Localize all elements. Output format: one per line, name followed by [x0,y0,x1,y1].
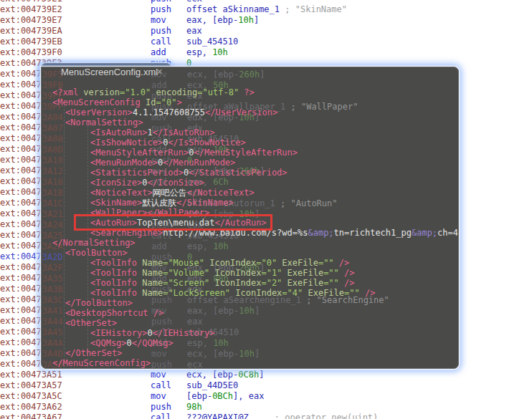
asm-address: ext:004739E7 [0,15,62,26]
asm-address: ext:00473A44 [41,317,63,327]
asm-operands: [ebp-0BCh], eax [186,391,264,402]
xml-line: <ToolInfo Name="Screen" IconIndex="2" Ex… [90,278,355,288]
asm-operands: eax [186,26,202,37]
asm-operands: esp, 10h [186,47,228,58]
xml-line: <SkinName>默认皮肤</SkinName> [90,198,234,208]
asm-address: ext:00473A5C [0,391,62,402]
asm-mnemonic: push [151,26,171,37]
xml-line: <StatisticsPeriod>0</StatisticsPeriod> [90,168,288,178]
asm-operands: 98h [186,402,202,413]
asm-address: ext:00473A21 [41,209,63,220]
asm-address: ext:004739F0 [0,47,62,58]
highlight-box [74,214,272,231]
asm-address: ext:00473A1C [41,198,63,209]
asm-address: ext:004739EB [0,37,62,47]
asm-address: ext:004739F5 [41,69,63,80]
xml-line: <IEHistory>0</IEHistory> [90,328,214,338]
xml-line: </NormalSetting> [52,238,136,248]
asm-address: ext:00473A07 [41,123,63,134]
xml-line: </ToolButton> [65,298,133,308]
xml-line: <MenuRunMode>0</MenuRunMode> [90,158,235,168]
xml-line: <ToolButton> [65,248,128,258]
asm-address: ext:00473A57 [0,380,62,391]
asm-address: ext:00473A4A [41,338,63,349]
asm-address: ext:00473A18 [41,177,63,188]
xml-line: <OtherSet> [65,318,117,328]
asm-address: ext:00473A62 [0,402,62,413]
close-icon[interactable]: ✕ [156,67,163,77]
asm-operands: ??2@YAPAXI@Z ; operator new(uint) [186,413,378,419]
asm-line[interactable]: ext:00473A67call??2@YAPAXI@Z ; operator … [0,413,532,419]
asm-operands: eax, [ebp-10h] [186,15,259,26]
asm-address: ext:00473A24 [41,220,63,231]
asm-address: ext:00473A04 [41,112,63,123]
xml-line: <ToolInfo Name="Mouse" IconIndex="0" Exe… [90,258,349,268]
xml-line: <QQMsg>0</QQMsg> [90,338,174,348]
asm-address: ext:00473A3C [41,295,63,306]
file-tab-title: MenuScreenConfig.xml [61,67,158,77]
asm-address: ext:00473A51 [0,370,62,380]
asm-operands: sub_44D5E0 [186,380,238,391]
asm-mnemonic: call [151,380,171,391]
asm-address: ext:00473A12 [41,166,63,177]
asm-address: ext:00473A0D [41,145,63,155]
xml-line: <ToolInfo Name="LockScreen" IconIndex="4… [90,288,375,298]
asm-address: ext:00473A3B [41,284,63,295]
asm-operands: offset aSkinname_1 ; "SkinName" [186,4,347,15]
asm-address: ext:00473A41 [41,306,63,317]
asm-mnemonic: mov [151,370,166,380]
asm-address: ext:00473A2F [41,263,63,274]
asm-mnemonic: push [151,317,172,327]
xml-line: <UserVersion>4.1.1547608755</UserVersion… [65,107,277,117]
xml-line: <DesktopShortcut /> [65,308,163,318]
asm-line[interactable]: ext:004739E7moveax, [ebp-10h] [0,15,532,26]
asm-address: ext:004739EA [0,26,62,37]
asm-operands: ecx, [ebp-10h] [187,349,260,360]
xml-line: <NormalSetting> [65,117,143,127]
asm-address: ext:00473A10 [41,155,63,166]
asm-address: ext:00473A45 [41,327,63,338]
xml-line: <IsAutoRun>1</IsAutoRun> [90,127,214,138]
xml-line: <MenuScreenConfig Id="0"> [52,97,182,107]
asm-operands: esp, 10h [187,338,229,349]
asm-line[interactable]: ext:004739F0addesp, 10h [0,47,532,58]
asm-operands: sub_454510 [186,37,238,47]
indent-guide [64,105,65,367]
asm-address: ext:00473A2D [41,252,63,263]
asm-mnemonic: mov [151,15,166,26]
asm-line[interactable]: ext:004739E2pushoffset aSkinname_1 ; "Sk… [0,4,532,15]
asm-line[interactable]: ext:00473A62push98h [0,402,532,413]
asm-operands: eax [187,317,203,327]
asm-operands: ecx, [ebp-0C8h] [186,370,264,380]
asm-mnemonic: mov [151,391,166,402]
asm-mnemonic: add [151,47,166,58]
asm-mnemonic: push [151,402,171,413]
asm-address: ext:00473A67 [0,413,62,419]
xml-preview-window: ext:004739F5movecx, [ebp-260h]ext:004739… [41,63,459,369]
xml-line: </OtherSet> [65,348,122,358]
asm-line[interactable]: ext:004739EApusheax [0,26,532,37]
asm-line[interactable]: ext:00473A5Cmov[ebp-0BCh], eax [0,391,532,402]
xml-line: <NoticeText>网吧公告</NoticeText> [90,188,255,198]
xml-line: <IconSize>0</IconSize> [90,178,204,188]
asm-mnemonic: call [151,413,171,419]
xml-line: <?xml version="1.0" encoding="utf-8" ?> [52,87,255,97]
asm-operands: ecx [187,360,203,369]
asm-mnemonic: mov [151,349,167,360]
asm-operands: ecx, [ebp-260h] [187,69,265,80]
asm-mnemonic: call [151,37,171,47]
xml-line: <ToolInfo Name="Volume" IconIndex="1" Ex… [90,268,355,278]
asm-line[interactable]: ext:00473A57callsub_44D5E0 [0,380,532,391]
asm-line[interactable]: ext:004739EBcallsub_454510 [0,37,532,47]
asm-address: ext:00473A08 [41,134,63,145]
asm-address: ext:00473A35 [41,274,63,284]
asm-mnemonic: add [151,241,167,252]
asm-mnemonic: push [151,4,171,15]
asm-mnemonic: push [151,360,172,369]
xml-line: </MenuScreenConfig> [52,358,151,368]
xml-line: <MenuStyleAfterRun>0</MenuStyleAfterRun> [90,148,298,158]
xml-line: <IsShowNotice>0</IsShowNotice> [90,138,246,148]
asm-address: ext:004739E2 [0,4,62,15]
asm-operands: eax, [ebp-10h] [187,306,260,317]
asm-line[interactable]: ext:00473A51movecx, [ebp-0C8h] [0,370,532,380]
